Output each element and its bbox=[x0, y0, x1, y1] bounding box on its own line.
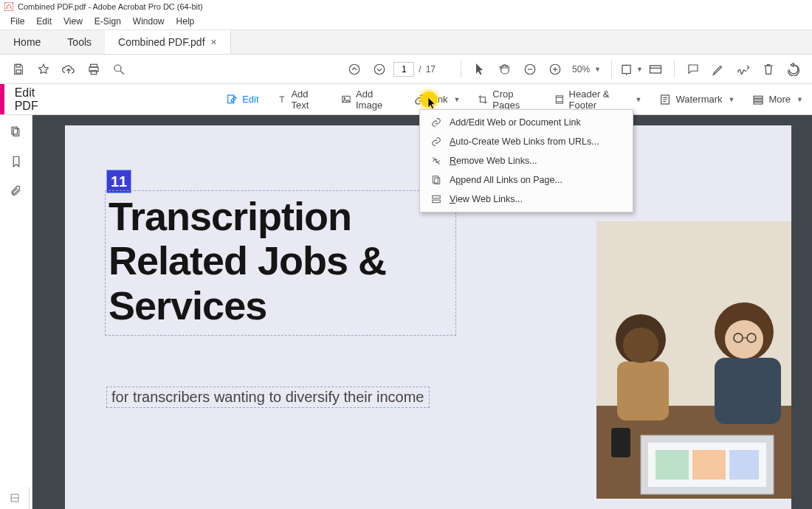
link-menu-remove[interactable]: Remove Web Links... Remove Web Links... bbox=[420, 151, 633, 170]
tab-row: Home Tools Combined PDF.pdf × bbox=[0, 30, 812, 55]
svg-rect-44 bbox=[617, 361, 669, 420]
svg-line-28 bbox=[433, 157, 439, 164]
menu-esign[interactable]: E-Sign bbox=[89, 15, 127, 28]
svg-rect-40 bbox=[692, 450, 726, 479]
svg-rect-32 bbox=[433, 200, 441, 203]
svg-point-20 bbox=[344, 97, 345, 99]
document-image bbox=[596, 221, 791, 499]
page-up-icon[interactable] bbox=[343, 58, 365, 80]
tab-tools[interactable]: Tools bbox=[54, 30, 105, 54]
link-menu-view[interactable]: View Web Links... View Web Links... bbox=[420, 190, 633, 209]
cloud-upload-icon[interactable] bbox=[58, 58, 80, 80]
page-separator: / bbox=[417, 64, 422, 75]
svg-rect-29 bbox=[433, 176, 438, 183]
add-text-button[interactable]: Add Text bbox=[268, 84, 333, 115]
edit-pdf-toolbar: Edit PDF Edit Add Text Add Image Link ▼ … bbox=[0, 84, 812, 115]
svg-rect-39 bbox=[656, 450, 689, 479]
svg-rect-33 bbox=[12, 127, 18, 134]
svg-point-9 bbox=[375, 64, 385, 75]
subheading-text-block[interactable]: for transcribers wanting to diversify th… bbox=[106, 387, 430, 408]
zoom-in-icon[interactable] bbox=[544, 58, 566, 80]
redo-icon[interactable] bbox=[782, 58, 805, 80]
chevron-down-icon: ▼ bbox=[453, 96, 460, 103]
svg-rect-31 bbox=[433, 195, 441, 198]
add-image-button[interactable]: Add Image bbox=[332, 84, 405, 115]
tab-document[interactable]: Combined PDF.pdf × bbox=[105, 30, 231, 54]
link-button[interactable]: Link ▼ bbox=[405, 89, 469, 110]
menu-edit[interactable]: Edit bbox=[30, 15, 58, 28]
svg-rect-15 bbox=[622, 65, 630, 73]
zoom-select[interactable]: 50%▼ bbox=[569, 63, 604, 76]
sign-icon[interactable] bbox=[732, 58, 754, 80]
fit-width-icon[interactable]: ▼ bbox=[619, 58, 641, 80]
left-rail bbox=[0, 115, 32, 509]
svg-rect-0 bbox=[4, 2, 13, 11]
svg-point-8 bbox=[350, 64, 360, 75]
edit-pdf-title: Edit PDF bbox=[4, 86, 70, 113]
link-menu-add-edit[interactable]: Add/Edit Web or Document Link bbox=[420, 113, 633, 132]
svg-rect-47 bbox=[715, 358, 781, 424]
window-title: Combined PDF.pdf - Adobe Acrobat Pro DC … bbox=[18, 2, 203, 11]
page-display-icon[interactable] bbox=[644, 58, 667, 80]
trash-icon[interactable] bbox=[757, 58, 780, 80]
highlight-icon[interactable] bbox=[707, 58, 729, 80]
page-down-icon[interactable] bbox=[368, 58, 390, 80]
edit-button[interactable]: Edit bbox=[217, 89, 267, 110]
save-icon[interactable] bbox=[7, 58, 30, 80]
svg-point-6 bbox=[114, 65, 121, 72]
svg-rect-2 bbox=[16, 69, 21, 73]
page-total: 17 bbox=[426, 64, 436, 75]
link-icon bbox=[430, 117, 442, 128]
watermark-button[interactable]: Watermark ▼ bbox=[650, 89, 743, 110]
svg-rect-27 bbox=[754, 102, 763, 104]
view-links-icon bbox=[430, 193, 442, 205]
svg-rect-21 bbox=[556, 95, 562, 103]
bookmarks-panel-icon[interactable] bbox=[10, 155, 22, 168]
find-icon[interactable] bbox=[108, 58, 130, 80]
more-button[interactable]: More ▼ bbox=[743, 89, 812, 110]
toolbar-separator bbox=[674, 60, 675, 78]
menu-file[interactable]: File bbox=[4, 15, 30, 28]
svg-rect-41 bbox=[729, 450, 759, 479]
attachments-panel-icon[interactable] bbox=[10, 184, 22, 198]
title-bar: Combined PDF.pdf - Adobe Acrobat Pro DC … bbox=[0, 0, 812, 13]
hand-tool-icon[interactable] bbox=[494, 58, 516, 80]
comment-icon[interactable] bbox=[682, 58, 704, 80]
svg-rect-25 bbox=[754, 96, 763, 98]
svg-point-48 bbox=[725, 320, 763, 359]
tab-home[interactable]: Home bbox=[0, 30, 54, 54]
svg-point-45 bbox=[623, 328, 658, 363]
chevron-down-icon: ▼ bbox=[594, 66, 601, 73]
page-number-input[interactable] bbox=[393, 62, 414, 77]
heading-text-block[interactable]: Transcription Related Jobs & Services bbox=[105, 190, 456, 336]
acrobat-app-icon bbox=[4, 2, 13, 11]
svg-rect-5 bbox=[91, 70, 97, 74]
zoom-out-icon[interactable] bbox=[519, 58, 541, 80]
menu-window[interactable]: Window bbox=[127, 15, 171, 28]
workspace: 11 Transcription Related Jobs & Services… bbox=[0, 115, 812, 509]
bottom-panel-toggle[interactable] bbox=[0, 487, 30, 509]
pointer-tool-icon[interactable] bbox=[469, 58, 491, 80]
svg-rect-16 bbox=[650, 66, 661, 73]
tab-close-button[interactable]: × bbox=[211, 36, 217, 48]
svg-rect-26 bbox=[754, 99, 763, 101]
svg-rect-42 bbox=[611, 428, 630, 457]
link-menu-auto-create[interactable]: AAuto-Create Web Links from URLs...uto-C… bbox=[420, 132, 633, 151]
toolbar-separator bbox=[461, 60, 461, 78]
menu-help[interactable]: Help bbox=[171, 15, 201, 28]
link-menu-append[interactable]: Append All Links on Page... Append All L… bbox=[420, 170, 633, 190]
unlink-icon bbox=[430, 155, 442, 167]
svg-rect-1 bbox=[16, 64, 20, 67]
chevron-down-icon: ▼ bbox=[796, 96, 803, 103]
svg-rect-34 bbox=[13, 129, 19, 136]
svg-line-7 bbox=[120, 71, 124, 75]
chevron-down-icon: ▼ bbox=[729, 96, 735, 103]
menu-view[interactable]: View bbox=[58, 15, 89, 28]
toolbar-separator bbox=[611, 60, 612, 78]
chevron-down-icon: ▼ bbox=[636, 96, 642, 103]
menu-bar: File Edit View E-Sign Window Help bbox=[0, 13, 812, 30]
link-icon bbox=[430, 136, 442, 148]
print-icon[interactable] bbox=[83, 58, 105, 80]
star-icon[interactable] bbox=[32, 58, 55, 80]
thumbnails-panel-icon[interactable] bbox=[10, 125, 23, 139]
